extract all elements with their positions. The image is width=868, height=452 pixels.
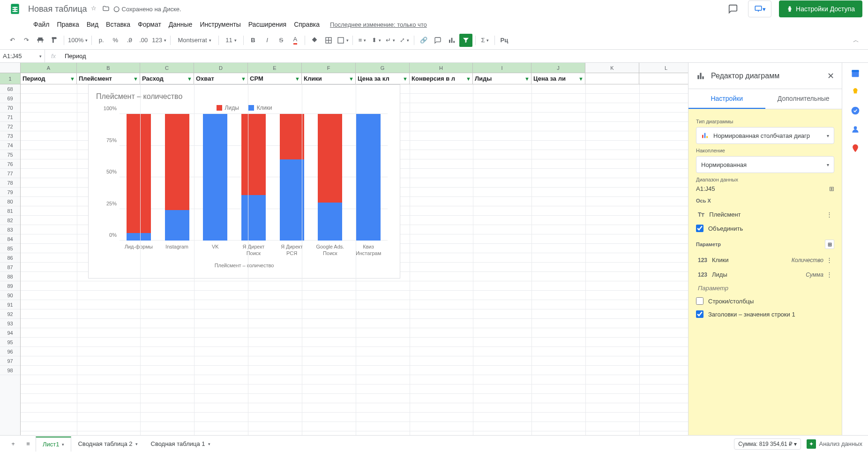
row-header[interactable]: 75	[0, 150, 20, 159]
row-header[interactable]: 91	[0, 300, 20, 309]
sheets-logo[interactable]	[6, 0, 24, 18]
present-button[interactable]: ▾	[748, 0, 771, 17]
header-cell[interactable]: Период▼	[21, 73, 77, 84]
col-header[interactable]: K	[585, 63, 639, 73]
row-header[interactable]: 93	[0, 319, 20, 328]
sheet-tab[interactable]: Сводная таблица 2 ▾	[71, 437, 144, 452]
tab-customize[interactable]: Дополнительные	[765, 89, 842, 109]
header-cell[interactable]: Конверсия в л▼	[410, 73, 473, 84]
filter-icon[interactable]: ▼	[295, 76, 300, 82]
series-field[interactable]: 123 Клики Количество ⋮	[696, 253, 834, 267]
name-box[interactable]: A1:J45	[0, 50, 45, 62]
row-header[interactable]: 71	[0, 113, 20, 122]
row-header[interactable]: 85	[0, 244, 20, 253]
bold-button[interactable]: B	[247, 34, 260, 47]
series-field[interactable]: 123 Лиды Сумма ⋮	[696, 267, 834, 282]
merge-button[interactable]	[336, 34, 350, 47]
undo-button[interactable]: ↶	[6, 34, 19, 47]
doc-name[interactable]: Новая таблица	[28, 4, 87, 14]
last-modified[interactable]: Последнее изменение: только что	[327, 19, 430, 30]
series-more-icon[interactable]: ⋮	[826, 256, 832, 264]
row-header[interactable]: 92	[0, 309, 20, 319]
currency-button[interactable]: р.	[95, 34, 108, 47]
chart-type-select[interactable]: Нормированная столбчатая диагр	[696, 127, 834, 144]
row-header[interactable]: 94	[0, 328, 20, 338]
menu-data[interactable]: Данные	[165, 19, 196, 30]
col-header[interactable]: H	[410, 63, 473, 73]
borders-button[interactable]	[322, 34, 335, 47]
star-icon[interactable]: ☆	[91, 5, 97, 14]
filter-icon[interactable]: ▼	[70, 76, 75, 82]
col-header[interactable]: G	[356, 63, 410, 73]
fontsize-dropdown[interactable]: 11	[222, 34, 240, 47]
menu-file[interactable]: Файл	[30, 19, 52, 30]
sheet-tab[interactable]: Сводная таблица 1 ▾	[144, 437, 217, 452]
textcolor-button[interactable]: A	[289, 34, 302, 47]
row-header[interactable]: 95	[0, 338, 20, 347]
row-header[interactable]: 83	[0, 225, 20, 234]
filter-icon[interactable]: ▼	[349, 76, 354, 82]
collapse-button[interactable]: ︿	[849, 34, 862, 47]
dec-increase-button[interactable]: .00	[137, 34, 150, 47]
editor-close-button[interactable]: ✕	[827, 71, 834, 81]
col-header[interactable]: A	[21, 63, 77, 73]
valign-button[interactable]: ⬍	[370, 34, 383, 47]
switch-rows-cols-checkbox[interactable]: Строки/столбцы	[696, 294, 834, 308]
font-dropdown[interactable]: Montserrat	[173, 34, 216, 47]
functions-button[interactable]: Σ	[479, 34, 492, 47]
header-cell[interactable]: Охват▼	[194, 73, 248, 84]
print-button[interactable]	[34, 34, 47, 47]
menu-help[interactable]: Справка	[291, 19, 323, 30]
col-header[interactable]: F	[302, 63, 356, 73]
xaxis-field[interactable]: Tᴛ Плейсмент ⋮	[696, 207, 834, 222]
share-button[interactable]: Настройки Доступа	[779, 0, 862, 17]
comment-button[interactable]	[431, 34, 444, 47]
row-header[interactable]: 90	[0, 291, 20, 300]
link-button[interactable]: 🔗	[417, 34, 430, 47]
header-cell[interactable]: Лиды▼	[473, 73, 531, 84]
comments-button[interactable]	[726, 1, 741, 16]
row-header[interactable]: 74	[0, 141, 20, 150]
header-cell[interactable]	[639, 73, 688, 84]
wrap-button[interactable]: ↵	[384, 34, 397, 47]
menu-view[interactable]: Вид	[83, 19, 102, 30]
dec-decrease-button[interactable]: .0̷	[123, 34, 136, 47]
row-header[interactable]: 68	[0, 84, 20, 94]
all-sheets-button[interactable]: ≡	[21, 437, 36, 452]
header-cell[interactable]: Плейсмент▼	[77, 73, 140, 84]
spreadsheet[interactable]: ABCDEFGHIJKL 1Период▼Плейсмент▼Расход▼Ох…	[0, 63, 688, 435]
sheet-tab[interactable]: Лист1 ▾	[36, 437, 71, 452]
filter-icon[interactable]: ▼	[466, 76, 471, 82]
col-header[interactable]: J	[531, 63, 585, 73]
embedded-chart[interactable]: Плейсмент – количество Лиды Клики 0%25%5…	[88, 84, 400, 279]
select-range-icon[interactable]: ⊞	[829, 185, 834, 192]
quicksum-box[interactable]: Сумма: 819 354,61 ₽ ▾	[734, 438, 801, 450]
xaxis-more-icon[interactable]: ⋮	[826, 211, 832, 218]
data-range-value[interactable]: A1:J45	[696, 185, 715, 192]
row-header[interactable]: 73	[0, 131, 20, 141]
calendar-icon[interactable]	[851, 68, 860, 78]
zoom-dropdown[interactable]: 100%	[67, 34, 89, 47]
row-header[interactable]: 87	[0, 263, 20, 272]
col-header[interactable]: I	[473, 63, 531, 73]
add-sheet-button[interactable]: +	[6, 437, 21, 452]
halign-button[interactable]: ≡	[356, 34, 369, 47]
maps-icon[interactable]	[851, 143, 860, 153]
add-series-button[interactable]: ⊞	[825, 240, 834, 249]
filter-icon[interactable]: ▼	[241, 76, 246, 82]
add-series-input[interactable]	[696, 282, 834, 294]
menu-edit[interactable]: Правка	[53, 19, 82, 30]
fillcolor-button[interactable]	[308, 34, 321, 47]
rotate-button[interactable]: ⤢	[398, 34, 411, 47]
explore-button[interactable]: ✦ Анализ данных	[807, 439, 862, 449]
row-header[interactable]: 72	[0, 122, 20, 131]
select-all-corner[interactable]	[0, 63, 21, 73]
row-header[interactable]: 76	[0, 159, 20, 169]
keep-icon[interactable]	[851, 87, 860, 97]
menu-extensions[interactable]: Расширения	[245, 19, 290, 30]
row-header[interactable]: 84	[0, 234, 20, 244]
filter-icon[interactable]: ▼	[524, 76, 530, 82]
redo-button[interactable]: ↷	[20, 34, 33, 47]
filter-icon[interactable]: ▼	[187, 76, 192, 82]
use-row1-headers-checkbox[interactable]: Заголовки – значения строки 1	[696, 308, 834, 321]
